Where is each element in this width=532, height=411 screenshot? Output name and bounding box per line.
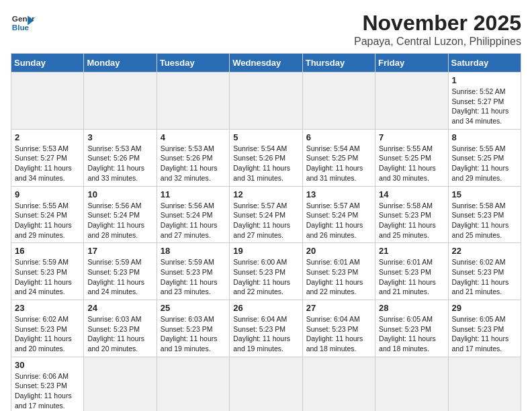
day-info: Sunrise: 5:57 AMSunset: 5:24 PMDaylight:… [233,201,298,240]
calendar-cell: 20Sunrise: 6:01 AMSunset: 5:23 PMDayligh… [302,243,375,300]
day-info: Sunrise: 5:55 AMSunset: 5:25 PMDaylight:… [452,144,517,183]
logo: General Blue [11,11,35,35]
day-info: Sunrise: 5:53 AMSunset: 5:26 PMDaylight:… [161,144,226,183]
calendar-cell: 16Sunrise: 5:59 AMSunset: 5:23 PMDayligh… [11,243,84,300]
calendar-cell: 21Sunrise: 6:01 AMSunset: 5:23 PMDayligh… [375,243,448,300]
calendar-cell [302,73,375,130]
calendar-cell: 17Sunrise: 5:59 AMSunset: 5:23 PMDayligh… [84,243,157,300]
day-info: Sunrise: 5:57 AMSunset: 5:24 PMDaylight:… [306,201,371,240]
calendar-cell [448,357,521,411]
calendar-week-row: 23Sunrise: 6:02 AMSunset: 5:23 PMDayligh… [11,300,521,357]
header: General Blue November 2025 Papaya, Centr… [11,11,521,48]
day-number: 24 [87,303,152,313]
calendar-cell: 4Sunrise: 5:53 AMSunset: 5:26 PMDaylight… [157,129,229,186]
day-info: Sunrise: 5:53 AMSunset: 5:27 PMDaylight:… [15,144,80,183]
header-day-saturday: Saturday [448,54,521,73]
calendar-week-row: 1Sunrise: 5:52 AMSunset: 5:27 PMDaylight… [11,73,521,130]
calendar-week-row: 2Sunrise: 5:53 AMSunset: 5:27 PMDaylight… [11,129,521,186]
day-info: Sunrise: 5:56 AMSunset: 5:24 PMDaylight:… [161,201,226,240]
day-number: 21 [379,246,444,256]
day-number: 12 [233,189,298,199]
svg-text:Blue: Blue [12,23,30,32]
day-number: 18 [161,246,226,256]
day-info: Sunrise: 5:58 AMSunset: 5:23 PMDaylight:… [379,201,444,240]
day-info: Sunrise: 5:54 AMSunset: 5:26 PMDaylight:… [233,144,298,183]
day-number: 30 [15,360,80,370]
day-number: 5 [233,132,298,142]
calendar-cell: 2Sunrise: 5:53 AMSunset: 5:27 PMDaylight… [11,129,84,186]
day-number: 2 [15,132,80,142]
calendar-cell [375,73,448,130]
calendar-cell [84,357,157,411]
day-number: 1 [452,75,517,85]
calendar-cell: 25Sunrise: 6:03 AMSunset: 5:23 PMDayligh… [157,300,229,357]
calendar-cell: 3Sunrise: 5:53 AMSunset: 5:26 PMDaylight… [84,129,157,186]
calendar-cell: 10Sunrise: 5:56 AMSunset: 5:24 PMDayligh… [84,186,157,243]
day-number: 17 [87,246,152,256]
day-number: 9 [15,189,80,199]
day-info: Sunrise: 5:53 AMSunset: 5:26 PMDaylight:… [87,144,152,183]
calendar-cell [302,357,375,411]
calendar-week-row: 30Sunrise: 6:06 AMSunset: 5:23 PMDayligh… [11,357,521,411]
calendar-header-row: SundayMondayTuesdayWednesdayThursdayFrid… [11,54,521,73]
day-info: Sunrise: 6:00 AMSunset: 5:23 PMDaylight:… [233,257,298,297]
day-number: 20 [306,246,371,256]
calendar-cell: 12Sunrise: 5:57 AMSunset: 5:24 PMDayligh… [230,186,302,243]
calendar-cell: 30Sunrise: 6:06 AMSunset: 5:23 PMDayligh… [11,357,84,411]
day-number: 10 [87,189,152,199]
calendar-cell: 11Sunrise: 5:56 AMSunset: 5:24 PMDayligh… [157,186,229,243]
calendar-cell [375,357,448,411]
day-info: Sunrise: 6:05 AMSunset: 5:23 PMDaylight:… [379,314,444,354]
calendar-cell [11,73,84,130]
day-info: Sunrise: 6:03 AMSunset: 5:23 PMDaylight:… [87,314,152,354]
day-info: Sunrise: 5:55 AMSunset: 5:24 PMDaylight:… [15,201,80,240]
calendar-cell: 27Sunrise: 6:04 AMSunset: 5:23 PMDayligh… [302,300,375,357]
calendar-cell: 28Sunrise: 6:05 AMSunset: 5:23 PMDayligh… [375,300,448,357]
calendar-cell [230,357,302,411]
calendar-cell: 8Sunrise: 5:55 AMSunset: 5:25 PMDaylight… [448,129,521,186]
day-number: 27 [306,303,371,313]
calendar-cell: 13Sunrise: 5:57 AMSunset: 5:24 PMDayligh… [302,186,375,243]
day-info: Sunrise: 6:05 AMSunset: 5:23 PMDaylight:… [452,314,517,354]
calendar-cell: 18Sunrise: 5:59 AMSunset: 5:23 PMDayligh… [157,243,229,300]
calendar-cell: 7Sunrise: 5:55 AMSunset: 5:25 PMDaylight… [375,129,448,186]
calendar-cell: 22Sunrise: 6:02 AMSunset: 5:23 PMDayligh… [448,243,521,300]
location-subtitle: Papaya, Central Luzon, Philippines [354,36,521,48]
day-info: Sunrise: 5:56 AMSunset: 5:24 PMDaylight:… [87,201,152,240]
day-number: 14 [379,189,444,199]
day-number: 4 [161,132,226,142]
day-info: Sunrise: 6:01 AMSunset: 5:23 PMDaylight:… [379,257,444,297]
day-info: Sunrise: 6:01 AMSunset: 5:23 PMDaylight:… [306,257,371,297]
day-number: 25 [161,303,226,313]
day-info: Sunrise: 5:59 AMSunset: 5:23 PMDaylight:… [161,257,226,297]
calendar-table: SundayMondayTuesdayWednesdayThursdayFrid… [11,53,521,411]
header-day-thursday: Thursday [302,54,375,73]
calendar-cell: 19Sunrise: 6:00 AMSunset: 5:23 PMDayligh… [230,243,302,300]
day-number: 8 [452,132,517,142]
calendar-cell: 23Sunrise: 6:02 AMSunset: 5:23 PMDayligh… [11,300,84,357]
day-info: Sunrise: 5:59 AMSunset: 5:23 PMDaylight:… [87,257,152,297]
calendar-cell [230,73,302,130]
day-number: 7 [379,132,444,142]
day-info: Sunrise: 6:06 AMSunset: 5:23 PMDaylight:… [15,371,80,411]
day-info: Sunrise: 6:02 AMSunset: 5:23 PMDaylight:… [15,314,80,354]
calendar-cell [84,73,157,130]
month-year-title: November 2025 [354,11,521,36]
calendar-cell: 9Sunrise: 5:55 AMSunset: 5:24 PMDaylight… [11,186,84,243]
calendar-cell: 6Sunrise: 5:54 AMSunset: 5:25 PMDaylight… [302,129,375,186]
calendar-cell: 1Sunrise: 5:52 AMSunset: 5:27 PMDaylight… [448,73,521,130]
title-area: November 2025 Papaya, Central Luzon, Phi… [354,11,521,48]
day-info: Sunrise: 6:04 AMSunset: 5:23 PMDaylight:… [233,314,298,354]
day-number: 13 [306,189,371,199]
day-info: Sunrise: 6:03 AMSunset: 5:23 PMDaylight:… [161,314,226,354]
day-number: 15 [452,189,517,199]
calendar-cell: 5Sunrise: 5:54 AMSunset: 5:26 PMDaylight… [230,129,302,186]
day-number: 29 [452,303,517,313]
header-day-wednesday: Wednesday [230,54,302,73]
day-number: 26 [233,303,298,313]
day-info: Sunrise: 5:58 AMSunset: 5:23 PMDaylight:… [452,201,517,240]
day-info: Sunrise: 5:54 AMSunset: 5:25 PMDaylight:… [306,144,371,183]
day-number: 28 [379,303,444,313]
day-number: 6 [306,132,371,142]
calendar-cell [157,73,229,130]
